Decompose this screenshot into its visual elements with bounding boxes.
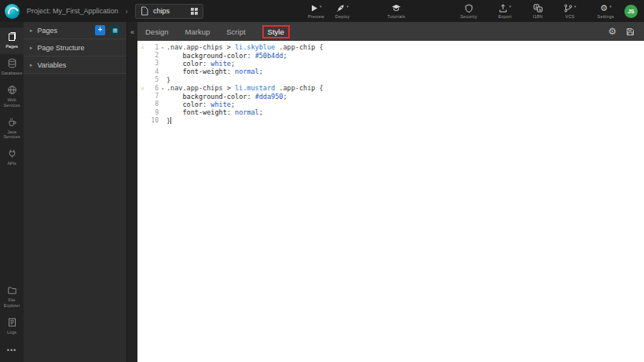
- code-text: }: [166, 76, 170, 84]
- code-token: [166, 52, 182, 60]
- caret-down-icon[interactable]: ▾: [574, 4, 576, 9]
- section-label: Variables: [38, 61, 67, 69]
- tab-design[interactable]: Design: [145, 27, 169, 36]
- code-line[interactable]: 4 font-weight: normal;: [137, 68, 644, 75]
- code-token: ;: [283, 52, 287, 60]
- code-line[interactable]: 7 background-color: #dda950;: [137, 92, 644, 100]
- code-token: [166, 101, 182, 108]
- vcs-button[interactable]: ▾ VCS: [564, 4, 576, 19]
- rail-item-apis[interactable]: APIs: [0, 144, 24, 171]
- user-avatar[interactable]: JS: [624, 5, 638, 18]
- folder-icon: [7, 285, 17, 295]
- code-token: .nav.app-chips >: [166, 84, 235, 92]
- left-rail: Pages Databases Web Services Java Servic…: [0, 22, 24, 362]
- code-token: [166, 60, 182, 68]
- rail-label: Web Services: [1, 97, 23, 108]
- code-line[interactable]: 10}: [137, 117, 644, 125]
- collapse-panel-icon[interactable]: «: [130, 29, 134, 36]
- code-token: li.mustard: [235, 84, 275, 92]
- settings-button[interactable]: ⚙ ▾ Settings: [598, 4, 614, 19]
- code-token: :: [227, 108, 235, 116]
- play-icon: [310, 4, 318, 13]
- editor-toolbar: ⚙: [608, 27, 635, 36]
- code-token: normal: [235, 108, 259, 116]
- globe-icon: [7, 85, 17, 95]
- fold-toggle-icon[interactable]: ▾: [159, 86, 166, 91]
- section-label: Page Structure: [38, 44, 85, 52]
- line-number: 2: [148, 52, 159, 59]
- code-token: #50b4dd: [255, 52, 284, 60]
- code-text: .nav.app-chips > li.skyblue .app-chip {: [166, 43, 324, 51]
- preview-label: Preview: [308, 14, 324, 19]
- code-token: .app-chip {: [275, 84, 323, 92]
- caret-right-icon: ▸: [30, 45, 33, 51]
- rail-item-file-explorer[interactable]: File Explorer: [0, 281, 24, 313]
- rocket-icon: [336, 4, 345, 13]
- code-token: font-weight: [182, 68, 226, 75]
- code-text: background-color: #50b4dd;: [166, 52, 287, 60]
- line-number: 5: [148, 76, 159, 83]
- panel-section-variables[interactable]: ▸ Variables: [24, 57, 126, 74]
- pages-panel: ▸ Pages + ▦ ▸ Page Structure ▸ Variables: [24, 22, 126, 362]
- rail-item-pages[interactable]: Pages: [0, 27, 24, 54]
- caret-down-icon[interactable]: ▾: [320, 4, 322, 9]
- code-token: ;: [259, 68, 263, 75]
- panel-section-page-structure[interactable]: ▸ Page Structure: [24, 39, 126, 57]
- tab-markup[interactable]: Markup: [185, 27, 210, 36]
- preview-button[interactable]: ▾ Preview: [308, 4, 324, 19]
- rail-label: APIs: [7, 161, 16, 166]
- export-button[interactable]: ▾ Export: [498, 4, 511, 19]
- svg-text:a: a: [539, 6, 541, 11]
- fold-toggle-icon[interactable]: ▾: [159, 45, 166, 50]
- api-plug-icon: [7, 148, 17, 159]
- tutorials-button[interactable]: Tutorials: [387, 4, 405, 19]
- more-options-button[interactable]: •••: [7, 340, 16, 362]
- pages-icon: [7, 31, 17, 42]
- save-icon[interactable]: [626, 27, 635, 36]
- editor-settings-icon[interactable]: ⚙: [608, 27, 617, 36]
- i18n-button[interactable]: Aa I18N: [533, 4, 543, 19]
- rail-item-logs[interactable]: Logs: [0, 313, 24, 340]
- code-line[interactable]: 9 font-weight: normal;: [137, 108, 644, 116]
- code-token: [166, 93, 182, 101]
- caret-down-icon[interactable]: ▾: [509, 4, 511, 9]
- deploy-button[interactable]: ▾ Deploy: [335, 4, 349, 19]
- rail-item-web-services[interactable]: Web Services: [0, 81, 24, 113]
- grid-icon[interactable]: [191, 8, 198, 15]
- line-number: 8: [148, 101, 159, 108]
- code-text: .nav.app-chips > li.mustard .app-chip {: [166, 84, 324, 92]
- rail-item-java-services[interactable]: Java Services: [0, 113, 24, 145]
- editor-tabbar: Design Markup Script Style ⚙: [137, 22, 644, 41]
- code-token: ;: [231, 101, 235, 108]
- line-number: 1: [148, 44, 159, 51]
- file-icon: [141, 6, 148, 16]
- code-line[interactable]: 8 color: white;: [137, 101, 644, 108]
- rail-label: Java Services: [1, 130, 23, 141]
- code-line[interactable]: 2 background-color: #50b4dd;: [137, 51, 644, 59]
- security-label: Security: [460, 14, 477, 19]
- code-line[interactable]: 5}: [137, 76, 644, 84]
- rail-label: Logs: [7, 330, 16, 335]
- tab-script[interactable]: Script: [226, 27, 245, 36]
- code-text: }: [166, 117, 171, 125]
- app-logo-icon[interactable]: [5, 4, 20, 19]
- security-button[interactable]: Security: [460, 4, 477, 19]
- code-line[interactable]: ⚠1▾.nav.app-chips > li.skyblue .app-chip…: [137, 43, 644, 51]
- tab-style[interactable]: Style: [262, 25, 290, 38]
- panel-fill: [24, 74, 126, 362]
- rail-item-databases[interactable]: Databases: [0, 54, 24, 81]
- wavemaker-studio: Project: My_First_Application › chips ▾ …: [0, 0, 644, 362]
- database-icon: [7, 58, 17, 68]
- code-editor[interactable]: ⚠1▾.nav.app-chips > li.skyblue .app-chip…: [137, 41, 644, 362]
- code-line[interactable]: 3 color: white;: [137, 60, 644, 68]
- caret-down-icon[interactable]: ▾: [609, 4, 612, 9]
- panel-section-pages[interactable]: ▸ Pages + ▦: [24, 22, 126, 39]
- code-token: :: [247, 93, 254, 101]
- code-line[interactable]: ⚠6▾.nav.app-chips > li.mustard .app-chip…: [137, 84, 644, 92]
- page-selector[interactable]: chips: [135, 4, 203, 19]
- caret-down-icon[interactable]: ▾: [346, 4, 349, 9]
- warning-icon: ⚠: [137, 85, 148, 91]
- code-token: ;: [259, 108, 263, 116]
- pages-grid-button[interactable]: ▦: [110, 25, 120, 35]
- add-page-button[interactable]: +: [95, 25, 105, 35]
